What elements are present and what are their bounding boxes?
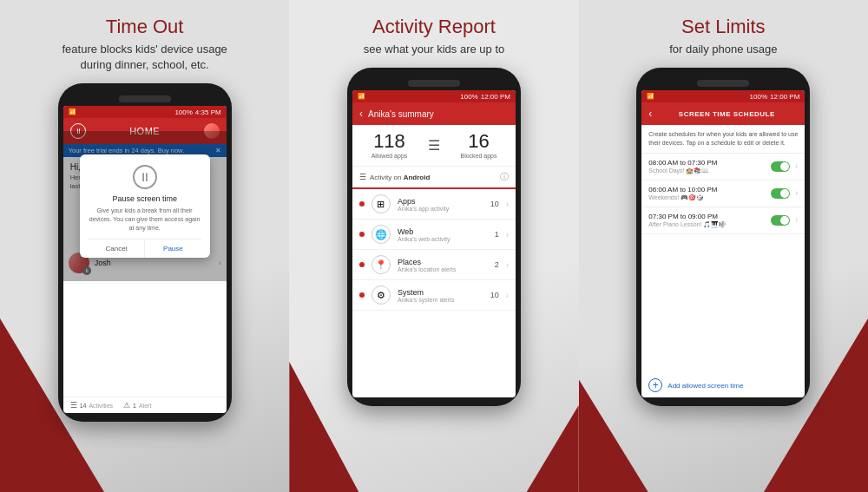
middle-phone: 📶 100% 12:00 PM ‹ Anika's summary 118 Al…: [347, 68, 521, 406]
system-info: System Anika's system alerts: [398, 288, 483, 303]
system-sub: Anika's system alerts: [398, 297, 483, 303]
right-panel-title: Set Limits: [681, 16, 766, 38]
signal-icon: 📶: [69, 108, 76, 115]
schedule-description: Create schedules for when your kids are …: [641, 125, 805, 154]
blocked-label: Blocked apps: [449, 153, 509, 159]
activities-label: Activities: [89, 403, 113, 409]
schedule-1-chevron: ›: [795, 161, 798, 171]
web-count: 1: [495, 230, 499, 239]
web-sub: Anika's web activity: [398, 236, 488, 242]
schedule-2-info: 06:00 AM to 10:00 PM Weekends! 🎮🎯🎲: [648, 186, 766, 201]
middle-panel-title: Activity Report: [372, 16, 496, 38]
dialog-box: ⏸ Pause screen time Give your kids a bre…: [80, 154, 210, 258]
left-phone-screen: 📶 100% 4:35 PM ⏸ HOME Your free trial en…: [63, 106, 227, 413]
add-icon: +: [648, 378, 662, 392]
schedule-1-time: 08:00 AM to 07:30 PM: [648, 159, 766, 167]
filter-icon: ☰: [359, 173, 366, 181]
places-icon: 📍: [372, 255, 391, 274]
schedule-3-time: 07:30 PM to 09:00 PM: [648, 213, 766, 220]
status-bar-2: 📶 100% 12:00 PM: [352, 90, 516, 102]
schedule-back-icon[interactable]: ‹: [648, 108, 652, 120]
apps-sub: Anika's app activity: [398, 206, 483, 212]
places-count: 2: [495, 260, 499, 269]
schedule-item[interactable]: 08:00 AM to 07:30 PM School Days! 🏫📚📖 ›: [641, 154, 805, 180]
alert-count: 1: [133, 403, 136, 409]
dot-icon: [359, 292, 365, 298]
list-item[interactable]: ⊞ Apps Anika's app activity 10 ›: [352, 189, 516, 220]
battery-text-2: 100%: [460, 93, 477, 101]
apps-chevron: ›: [506, 200, 509, 209]
apps-name: Apps: [398, 197, 483, 206]
schedule-3-chevron: ›: [795, 215, 798, 225]
schedule-1-label: School Days! 🏫📚📖: [648, 167, 766, 174]
stat-alerts: ⚠ 1 Alert: [123, 401, 151, 410]
status-bar-3: 📶 100% 12:00 PM: [641, 90, 805, 102]
activities-icon: ☰: [70, 401, 77, 410]
system-name: System: [398, 288, 483, 297]
middle-phone-screen: 📶 100% 12:00 PM ‹ Anika's summary 118 Al…: [352, 90, 516, 397]
schedule-2-label: Weekends! 🎮🎯🎲: [648, 194, 766, 201]
blocked-num: 16: [449, 132, 509, 151]
schedule-1-toggle[interactable]: [771, 161, 790, 172]
phone-notch-3: [697, 80, 749, 87]
schedule-1-info: 08:00 AM to 07:30 PM School Days! 🏫📚📖: [648, 159, 766, 174]
system-count: 10: [490, 291, 499, 299]
info-icon[interactable]: ⓘ: [500, 171, 509, 183]
activities-count: 14: [80, 403, 87, 409]
alert-label: Alert: [139, 403, 151, 409]
right-panel-subtitle: for daily phone usage: [661, 42, 786, 57]
web-info: Web Anika's web activity: [398, 227, 488, 242]
dialog-actions: Cancel Pause: [89, 239, 201, 258]
schedule-2-chevron: ›: [795, 188, 798, 198]
list-item[interactable]: 🌐 Web Anika's web activity 1 ›: [352, 220, 516, 250]
web-name: Web: [398, 227, 488, 236]
dialog-cancel-button[interactable]: Cancel: [89, 239, 145, 258]
schedule-2-time: 06:00 AM to 10:00 PM: [648, 186, 766, 194]
apps-count: 10: [490, 200, 499, 208]
allowed-num: 118: [359, 132, 419, 151]
signal-icon-2: 📶: [358, 93, 365, 100]
schedule-list: 08:00 AM to 07:30 PM School Days! 🏫📚📖 › …: [641, 154, 805, 373]
add-schedule-label: Add allowed screen time: [667, 382, 743, 390]
dialog-body: Give your kids a break from all their de…: [89, 207, 201, 232]
dialog-pause-icon: ⏸: [133, 165, 157, 189]
phone-notch: [119, 95, 171, 102]
system-icon: ⚙: [372, 285, 391, 305]
filter-text: Activity on Android: [370, 174, 496, 181]
summary-section: 118 Allowed apps ☰ 16 Blocked apps: [352, 125, 516, 167]
dot-icon: [359, 232, 365, 237]
places-info: Places Anika's location alerts: [398, 258, 488, 272]
schedule-item[interactable]: 06:00 AM to 10:00 PM Weekends! 🎮🎯🎲 ›: [641, 180, 805, 207]
activity-filter[interactable]: ☰ Activity on Android ⓘ: [352, 167, 516, 189]
places-name: Places: [398, 258, 488, 266]
schedule-3-toggle[interactable]: [771, 215, 790, 226]
left-panel: Time Out feature blocks kids' device usa…: [0, 0, 289, 492]
phone-notch-2: [408, 80, 460, 87]
apps-info: Apps Anika's app activity: [398, 197, 483, 212]
dialog-overlay: ⏸ Pause screen time Give your kids a bre…: [63, 131, 227, 281]
schedule-title: SCREEN TIME SCHEDULE: [655, 110, 798, 118]
schedule-item[interactable]: 07:30 PM to 09:00 PM After Piano Lesson!…: [641, 207, 805, 234]
back-arrow-icon[interactable]: ‹: [359, 108, 363, 120]
right-phone-screen: 📶 100% 12:00 PM ‹ SCREEN TIME SCHEDULE C…: [641, 90, 805, 397]
web-chevron: ›: [506, 230, 509, 239]
battery-text-3: 100%: [750, 93, 767, 101]
list-item[interactable]: ⚙ System Anika's system alerts 10 ›: [352, 280, 516, 311]
list-item[interactable]: 📍 Places Anika's location alerts 2 ›: [352, 250, 516, 280]
alert-icon: ⚠: [123, 401, 130, 410]
time-text: 4:35 PM: [195, 108, 221, 116]
dot-icon: [359, 201, 365, 207]
schedule-2-toggle[interactable]: [771, 188, 790, 199]
list-icon: ☰: [428, 137, 440, 154]
status-bar: 📶 100% 4:35 PM: [63, 106, 227, 118]
right-panel: Set Limits for daily phone usage 📶 100% …: [579, 0, 868, 492]
dialog-confirm-button[interactable]: Pause: [145, 239, 201, 258]
bottom-stats: ☰ 14 Activities ⚠ 1 Alert: [63, 397, 227, 413]
signal-icon-3: 📶: [647, 93, 654, 100]
time-text-3: 12:00 PM: [770, 93, 799, 101]
blocked-stat: 16 Blocked apps: [449, 132, 509, 159]
add-schedule-button[interactable]: + Add allowed screen time: [641, 373, 805, 397]
schedule-3-label: After Piano Lesson! 🎵🎹🎼: [648, 221, 766, 228]
activity-list: ⊞ Apps Anika's app activity 10 › 🌐 Web A…: [352, 189, 516, 397]
web-icon: 🌐: [372, 225, 391, 244]
